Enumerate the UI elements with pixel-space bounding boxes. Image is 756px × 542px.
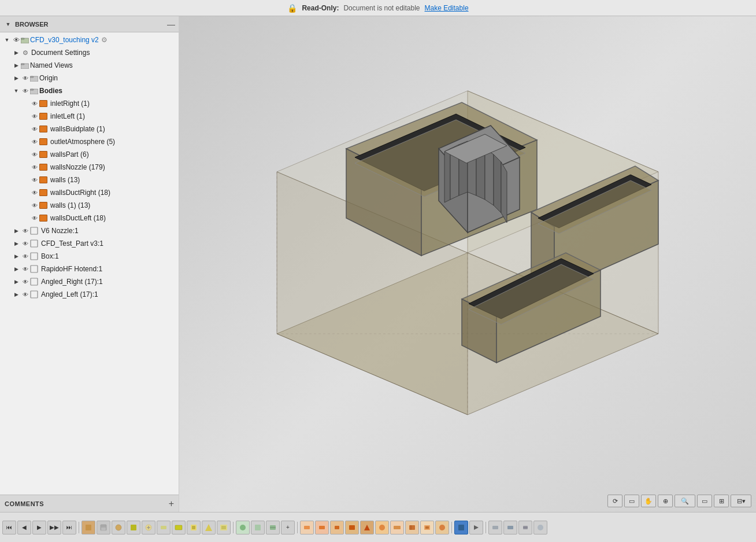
- tool-30[interactable]: [533, 521, 547, 534]
- tree-item-named-views[interactable]: Named Views: [0, 59, 179, 72]
- tool-1[interactable]: [81, 521, 95, 534]
- cfd-test-eye[interactable]: 👁: [21, 239, 30, 248]
- tool-22[interactable]: [405, 521, 419, 534]
- tool-26[interactable]: [469, 521, 483, 534]
- tool-13[interactable]: [266, 521, 280, 534]
- wallsBuidplate-eye[interactable]: 👁: [30, 124, 39, 134]
- angled-left-expand[interactable]: [12, 290, 21, 299]
- tree-item-inletRight[interactable]: 👁 inletRight (1): [0, 97, 179, 110]
- tree-root[interactable]: 👁 CFD_v30_touching v2 ⚙: [0, 34, 179, 46]
- tree-item-bodies[interactable]: 👁 Bodies: [0, 84, 179, 97]
- wallsDuctRight-eye[interactable]: 👁: [30, 188, 39, 197]
- playback-play-button[interactable]: ▶: [32, 521, 46, 534]
- rapidohf-eye[interactable]: 👁: [21, 264, 30, 274]
- bodies-expand[interactable]: [12, 86, 21, 95]
- tree-item-angled-right[interactable]: 👁 Angled_Right (17):1: [0, 275, 179, 288]
- tree-item-walls2[interactable]: 👁 walls (1) (13): [0, 199, 179, 212]
- tool-20[interactable]: [375, 521, 389, 534]
- tree-item-wallsBuidplate[interactable]: 👁 wallsBuidplate (1): [0, 123, 179, 135]
- zoom-extend-button[interactable]: ⊕: [658, 495, 673, 507]
- walls2-eye[interactable]: 👁: [30, 201, 39, 210]
- doc-settings-expand[interactable]: [12, 48, 21, 57]
- tool-14[interactable]: +: [281, 521, 295, 534]
- tree-item-wallsPart[interactable]: 👁 wallsPart (6): [0, 148, 179, 161]
- tree-item-wallsDuctLeft[interactable]: 👁 wallsDuctLeft (18): [0, 212, 179, 224]
- grid-button[interactable]: ⊞: [714, 495, 729, 507]
- wallsPart-eye[interactable]: 👁: [30, 150, 39, 159]
- tool-16[interactable]: [315, 521, 329, 534]
- display-mode-button[interactable]: ▭: [697, 495, 712, 507]
- tree-item-cfd-test[interactable]: 👁 CFD_Test_Part v3:1: [0, 237, 179, 250]
- wallsDuctLeft-eye[interactable]: 👁: [30, 213, 39, 223]
- fit-button[interactable]: ▭: [624, 495, 639, 507]
- inletRight-eye[interactable]: 👁: [30, 99, 39, 108]
- walls1-eye[interactable]: 👁: [30, 175, 39, 185]
- origin-expand[interactable]: [12, 73, 21, 83]
- tool-7[interactable]: [172, 521, 186, 534]
- tool-17[interactable]: [330, 521, 344, 534]
- angled-left-eye[interactable]: 👁: [21, 290, 30, 299]
- box-eye[interactable]: 👁: [21, 252, 30, 261]
- viewport[interactable]: ⟳ ▭ ✋ ⊕ 🔍 ▭ ⊞ ⊟▾: [179, 16, 756, 512]
- bodies-eye[interactable]: 👁: [21, 86, 30, 95]
- tool-8[interactable]: [187, 521, 201, 534]
- tree-item-wallsNozzle[interactable]: 👁 wallsNozzle (179): [0, 161, 179, 174]
- zoom-button[interactable]: 🔍: [675, 495, 695, 507]
- tool-15[interactable]: [300, 521, 314, 534]
- tree-item-doc-settings[interactable]: ⚙ Document Settings: [0, 46, 179, 59]
- playback-next-button[interactable]: ▶▶: [47, 521, 61, 534]
- tree-item-angled-left[interactable]: 👁 Angled_Left (17):1: [0, 288, 179, 301]
- tool-23[interactable]: [420, 521, 434, 534]
- inletLeft-eye[interactable]: 👁: [30, 112, 39, 121]
- pan-button[interactable]: ✋: [641, 495, 656, 507]
- tool-18[interactable]: [345, 521, 359, 534]
- tool-2[interactable]: [97, 521, 110, 534]
- playback-start-button[interactable]: ⏮: [2, 521, 16, 534]
- cfd-test-expand[interactable]: [12, 239, 21, 248]
- make-editable-button[interactable]: Make Editable: [425, 4, 469, 12]
- tool-10[interactable]: [217, 521, 231, 534]
- tool-21[interactable]: [390, 521, 404, 534]
- tree-item-outletAtmosphere[interactable]: 👁 outletAtmosphere (5): [0, 135, 179, 148]
- v6nozzle-expand[interactable]: [12, 226, 21, 235]
- named-views-expand[interactable]: [12, 61, 21, 70]
- tool-4[interactable]: [127, 521, 140, 534]
- rapidohf-expand[interactable]: [12, 264, 21, 274]
- tool-5[interactable]: [142, 521, 155, 534]
- tree-item-box[interactable]: 👁 Box:1: [0, 250, 179, 263]
- tree-item-walls1[interactable]: 👁 walls (13): [0, 174, 179, 186]
- origin-eye[interactable]: 👁: [21, 73, 30, 83]
- view-options-button[interactable]: ⊟▾: [731, 495, 751, 507]
- tool-19[interactable]: [360, 521, 374, 534]
- tool-6[interactable]: [157, 521, 171, 534]
- tool-3[interactable]: [112, 521, 125, 534]
- tool-27[interactable]: [488, 521, 502, 534]
- tool-28[interactable]: [503, 521, 517, 534]
- minimize-button[interactable]: —: [167, 20, 175, 29]
- expand-arrow-main[interactable]: [3, 20, 13, 29]
- root-eye[interactable]: 👁: [12, 35, 21, 45]
- tool-25-active[interactable]: [454, 521, 468, 534]
- tree-item-wallsDuctRight[interactable]: 👁 wallsDuctRight (18): [0, 186, 179, 199]
- orbit-button[interactable]: ⟳: [607, 495, 622, 507]
- tool-24[interactable]: [435, 521, 449, 534]
- tree-item-v6nozzle[interactable]: 👁 V6 Nozzle:1: [0, 224, 179, 237]
- tool-9[interactable]: [202, 521, 216, 534]
- tool-29[interactable]: [518, 521, 532, 534]
- root-expand[interactable]: [2, 35, 12, 45]
- tree-item-inletLeft[interactable]: 👁 inletLeft (1): [0, 110, 179, 123]
- tool-12[interactable]: [251, 521, 265, 534]
- tool-11[interactable]: [236, 521, 250, 534]
- playback-prev-button[interactable]: ◀: [17, 521, 31, 534]
- comments-add-button[interactable]: +: [169, 499, 174, 509]
- angled-right-expand[interactable]: [12, 277, 21, 286]
- box-expand[interactable]: [12, 252, 21, 261]
- angled-right-eye[interactable]: 👁: [21, 277, 30, 286]
- outletAtmosphere-eye[interactable]: 👁: [30, 137, 39, 146]
- v6nozzle-eye[interactable]: 👁: [21, 226, 30, 235]
- root-settings-icon[interactable]: ⚙: [101, 36, 108, 44]
- wallsNozzle-eye[interactable]: 👁: [30, 163, 39, 172]
- tree-item-rapidohf[interactable]: 👁 RapidoHF Hotend:1: [0, 263, 179, 275]
- tree-item-origin[interactable]: 👁 Origin: [0, 72, 179, 84]
- playback-end-button[interactable]: ⏭: [62, 521, 76, 534]
